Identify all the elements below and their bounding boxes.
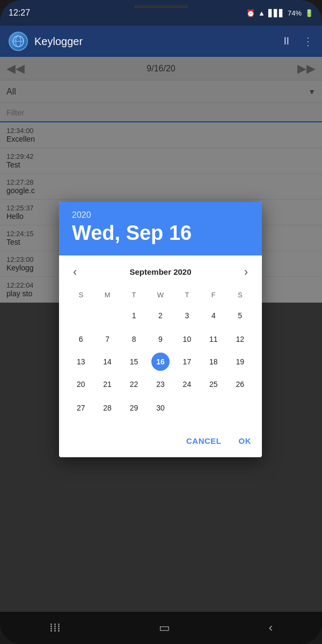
calendar-day-cell[interactable]: 1 <box>121 303 147 328</box>
calendar-day-cell[interactable]: 24 <box>174 373 200 396</box>
day-13[interactable]: 13 <box>72 353 90 371</box>
empty-day <box>98 305 116 324</box>
day-19[interactable]: 19 <box>231 353 249 371</box>
day-20[interactable]: 20 <box>72 375 90 393</box>
calendar-week-row: 6789101112 <box>68 328 253 350</box>
day-header-wed: W <box>147 289 173 303</box>
calendar-day-cell[interactable]: 3 <box>174 303 200 328</box>
calendar-day-cell[interactable]: 10 <box>174 328 200 350</box>
day-29[interactable]: 29 <box>125 399 143 417</box>
ok-button[interactable]: OK <box>237 433 254 449</box>
calendar-day-cell[interactable]: 14 <box>94 350 120 373</box>
calendar-day-cell[interactable]: 22 <box>121 373 147 396</box>
calendar-day-cell[interactable]: 30 <box>147 396 173 420</box>
battery-icon: 🔋 <box>305 9 313 17</box>
day-2[interactable]: 2 <box>151 306 170 325</box>
day-26[interactable]: 26 <box>231 375 249 393</box>
day-21[interactable]: 21 <box>98 375 116 393</box>
notch <box>134 5 188 8</box>
status-time: 12:27 <box>9 8 30 18</box>
calendar-navigation: ‹ September 2020 › <box>68 260 253 284</box>
calendar-day-cell[interactable]: 29 <box>121 396 147 420</box>
calendar-day-cell[interactable]: 2 <box>147 303 173 328</box>
calendar-day-cell[interactable]: 25 <box>200 373 226 396</box>
calendar-day-cell[interactable]: 15 <box>121 350 147 373</box>
calendar-day-cell[interactable]: 6 <box>68 328 94 350</box>
calendar-day-cell[interactable]: 17 <box>174 350 200 373</box>
battery-label: 74% <box>288 9 302 17</box>
calendar-body: 1234567891011121314151617181920212223242… <box>68 303 253 420</box>
day-6[interactable]: 6 <box>72 330 90 348</box>
calendar-week-row: 12345 <box>68 303 253 328</box>
day-header-sat: S <box>227 289 253 303</box>
calendar-day-cell[interactable]: 9 <box>147 328 173 350</box>
calendar-day-cell[interactable]: 4 <box>200 303 226 328</box>
app-bar-actions: ⏸ ⋮ <box>281 35 313 48</box>
day-22[interactable]: 22 <box>125 375 143 393</box>
day-1[interactable]: 1 <box>125 306 143 325</box>
calendar-day-cell[interactable]: 8 <box>121 328 147 350</box>
day-18[interactable]: 18 <box>204 353 223 371</box>
day-5[interactable]: 5 <box>231 306 249 325</box>
day-header-mon: M <box>94 289 120 303</box>
calendar-day-cell[interactable]: 26 <box>227 373 253 396</box>
date-picker-dialog: 2020 Wed, Sep 16 ‹ September 2020 › S M <box>59 202 262 457</box>
calendar-day-cell <box>227 396 253 420</box>
day-header-thu: T <box>174 289 200 303</box>
day-23[interactable]: 23 <box>151 375 170 393</box>
more-vert-icon[interactable]: ⋮ <box>303 35 313 48</box>
cancel-button[interactable]: CANCEL <box>184 433 224 449</box>
calendar-day-cell[interactable]: 28 <box>94 396 120 420</box>
calendar-grid: S M T W T F S 12345678910111213141516171… <box>68 289 253 420</box>
calendar-day-cell[interactable]: 27 <box>68 396 94 420</box>
bottom-navigation: ⁞⁞⁞ ▭ ‹ <box>0 612 322 644</box>
empty-day <box>72 305 90 324</box>
calendar-day-cell[interactable]: 13 <box>68 350 94 373</box>
pause-icon[interactable]: ⏸ <box>281 35 292 48</box>
day-14[interactable]: 14 <box>98 353 116 371</box>
day-header-tue: T <box>121 289 147 303</box>
day-10[interactable]: 10 <box>178 330 196 348</box>
day-9[interactable]: 9 <box>151 330 170 348</box>
calendar-day-cell[interactable]: 7 <box>94 328 120 350</box>
app-logo-icon <box>9 32 28 51</box>
day-30[interactable]: 30 <box>151 399 170 417</box>
next-month-button[interactable]: › <box>239 262 253 282</box>
day-15[interactable]: 15 <box>125 353 143 371</box>
day-25[interactable]: 25 <box>204 375 223 393</box>
calendar-day-cell[interactable]: 21 <box>94 373 120 396</box>
day-11[interactable]: 11 <box>204 330 223 348</box>
dialog-body: ‹ September 2020 › S M T W T F <box>59 255 262 429</box>
calendar-day-cell[interactable]: 16 <box>147 350 173 373</box>
day-24[interactable]: 24 <box>178 375 196 393</box>
calendar-day-cell[interactable]: 18 <box>200 350 226 373</box>
prev-month-button[interactable]: ‹ <box>68 262 82 282</box>
calendar-day-cell[interactable]: 12 <box>227 328 253 350</box>
calendar-day-cell[interactable]: 11 <box>200 328 226 350</box>
empty-day <box>231 398 249 416</box>
day-27[interactable]: 27 <box>72 399 90 417</box>
calendar-week-row: 27282930 <box>68 396 253 420</box>
day-3[interactable]: 3 <box>178 306 196 325</box>
dialog-header: 2020 Wed, Sep 16 <box>59 202 262 255</box>
calendar-day-cell[interactable]: 20 <box>68 373 94 396</box>
app-bar: Keylogger ⏸ ⋮ <box>0 26 322 57</box>
day-8[interactable]: 8 <box>125 330 143 348</box>
day-12[interactable]: 12 <box>231 330 249 348</box>
back-icon[interactable]: ‹ <box>269 621 273 635</box>
home-icon[interactable]: ▭ <box>159 621 170 635</box>
dialog-actions: CANCEL OK <box>59 429 262 457</box>
day-7[interactable]: 7 <box>98 330 116 348</box>
day-17[interactable]: 17 <box>178 353 196 371</box>
calendar-day-cell[interactable]: 23 <box>147 373 173 396</box>
calendar-day-cell[interactable]: 19 <box>227 350 253 373</box>
calendar-day-cell <box>200 396 226 420</box>
menu-icon[interactable]: ⁞⁞⁞ <box>49 621 61 635</box>
calendar-day-cell <box>174 396 200 420</box>
calendar-day-cell[interactable]: 5 <box>227 303 253 328</box>
calendar-day-cell <box>94 303 120 328</box>
calendar-month-year: September 2020 <box>129 267 191 276</box>
day-28[interactable]: 28 <box>98 399 116 417</box>
day-4[interactable]: 4 <box>204 306 223 325</box>
day-16[interactable]: 16 <box>151 353 170 371</box>
